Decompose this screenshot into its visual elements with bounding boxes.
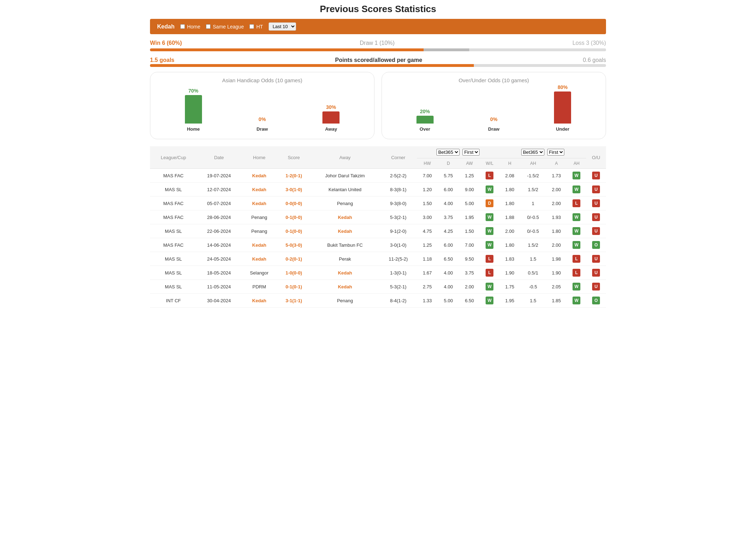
ah-home-pct: 70%	[188, 88, 198, 94]
cell-hw: 3.00	[417, 210, 438, 224]
th-league: League/Cup	[150, 146, 197, 169]
cell-ahu: W	[567, 183, 586, 197]
first-select-2[interactable]: First	[547, 149, 564, 156]
cell-date: 12-07-2024	[197, 183, 241, 197]
cell-a: 2.05	[546, 280, 567, 294]
wdl-progress-bar	[150, 48, 606, 51]
odds-section: Asian Handicap Odds (10 games) 70% Home …	[150, 72, 606, 139]
cell-date: 30-04-2024	[197, 294, 241, 308]
cell-ah: 1.5/2	[520, 183, 546, 197]
ou-badge: U	[592, 213, 600, 221]
same-league-checkbox[interactable]	[206, 24, 211, 29]
cell-corner: 5-3(2-1)	[380, 280, 417, 294]
wl-badge: W	[573, 297, 580, 304]
ou-badge: U	[592, 283, 600, 291]
goals-left: 1.5 goals	[150, 57, 174, 63]
cell-score: 0-0(0-0)	[277, 197, 310, 210]
cell-ahu: W	[567, 210, 586, 224]
cell-d: 5.75	[438, 169, 459, 183]
ah-away-pct: 30%	[326, 104, 336, 110]
table-row: MAS FAC 14-06-2024 Kedah 5-0(3-0) Bukit …	[150, 238, 606, 252]
home-checkbox[interactable]	[180, 24, 185, 29]
cell-away: Penang	[310, 294, 380, 308]
wl-badge: W	[573, 185, 580, 193]
first-select-1[interactable]: First	[462, 149, 480, 156]
ht-checkbox[interactable]	[249, 24, 254, 29]
home-checkbox-group[interactable]: Home	[180, 24, 200, 30]
cell-league: MAS FAC	[150, 238, 197, 252]
ah-draw-pct: 0%	[259, 116, 266, 122]
cell-ahu: W	[567, 224, 586, 238]
cell-a: 1.80	[546, 224, 567, 238]
wl-badge: L	[573, 269, 580, 277]
cell-ah: 0/-0.5	[520, 210, 546, 224]
cell-d: 6.00	[438, 238, 459, 252]
ht-checkbox-group[interactable]: HT	[249, 24, 263, 30]
same-league-checkbox-group[interactable]: Same League	[206, 24, 244, 30]
table-header-row-1: League/Cup Date Home Score Away Corner B…	[150, 146, 606, 158]
ou-under-rect	[554, 91, 571, 124]
wdl-stats-row: Win 6 (60%) Draw 1 (10%) Loss 3 (30%)	[150, 38, 606, 48]
wl-badge: W	[573, 283, 580, 291]
cell-league: MAS FAC	[150, 197, 197, 210]
cell-h: 1.75	[499, 280, 520, 294]
cell-corner: 9-3(8-0)	[380, 197, 417, 210]
bet365-select-1[interactable]: Bet365	[436, 149, 460, 156]
goals-row: 1.5 goals Points scored/allowed per game…	[150, 55, 606, 64]
th-home: Home	[241, 146, 278, 169]
cell-corner: 8-3(8-1)	[380, 183, 417, 197]
cell-wl: W	[480, 294, 499, 308]
wl-badge: L	[573, 199, 580, 207]
cell-corner: 11-2(5-2)	[380, 252, 417, 266]
table-row: MAS SL 11-05-2024 PDRM 0-1(0-1) Kedah 5-…	[150, 280, 606, 294]
cell-away: Kedah	[310, 210, 380, 224]
ou-over-bar: 20% Over	[416, 109, 434, 132]
cell-hw: 4.75	[417, 224, 438, 238]
page-title: Previous Scores Statistics	[150, 4, 606, 15]
cell-away: Kelantan United	[310, 183, 380, 197]
cell-wl: D	[480, 197, 499, 210]
cell-hw: 1.18	[417, 252, 438, 266]
cell-date: 05-07-2024	[197, 197, 241, 210]
wl-badge: W	[573, 213, 580, 221]
cell-league: MAS SL	[150, 183, 197, 197]
table-row: MAS SL 22-06-2024 Penang 0-1(0-0) Kedah …	[150, 224, 606, 238]
th-d1: D	[438, 158, 459, 169]
cell-d: 6.50	[438, 252, 459, 266]
cell-home: Kedah	[241, 252, 278, 266]
cell-ahu: W	[567, 280, 586, 294]
cell-wl: W	[480, 224, 499, 238]
cell-a: 1.98	[546, 252, 567, 266]
cell-score: 3-1(1-1)	[277, 294, 310, 308]
ht-label: HT	[256, 24, 263, 30]
cell-hw: 1.50	[417, 197, 438, 210]
cell-date: 28-06-2024	[197, 210, 241, 224]
cell-ah: 1.5	[520, 294, 546, 308]
cell-ou: U	[586, 252, 606, 266]
cell-ah: 1.5	[520, 252, 546, 266]
cell-wl: W	[480, 183, 499, 197]
cell-away: Bukit Tambun FC	[310, 238, 380, 252]
cell-score: 0-1(0-0)	[277, 224, 310, 238]
over-under-title: Over/Under Odds (10 games)	[389, 77, 599, 83]
cell-h: 1.95	[499, 294, 520, 308]
table-row: MAS FAC 28-06-2024 Penang 0-1(0-0) Kedah…	[150, 210, 606, 224]
cell-hw: 7.00	[417, 169, 438, 183]
last-select[interactable]: Last 10 Last 20 Last 30	[269, 22, 296, 31]
table-body: MAS FAC 19-07-2024 Kedah 1-2(0-1) Johor …	[150, 169, 606, 308]
th-ou: O/U	[586, 146, 606, 169]
cell-ah: 1	[520, 197, 546, 210]
cell-date: 14-06-2024	[197, 238, 241, 252]
cell-h: 1.88	[499, 210, 520, 224]
bet365-select-2[interactable]: Bet365	[521, 149, 544, 156]
table-row: MAS SL 24-05-2024 Kedah 0-2(0-1) Perak 1…	[150, 252, 606, 266]
cell-home: Kedah	[241, 183, 278, 197]
cell-date: 11-05-2024	[197, 280, 241, 294]
cell-ah: 0.5/1	[520, 266, 546, 280]
cell-wl: W	[480, 238, 499, 252]
cell-corner: 2-5(2-2)	[380, 169, 417, 183]
cell-league: MAS FAC	[150, 169, 197, 183]
cell-ahu: L	[567, 252, 586, 266]
cell-away: Kedah	[310, 280, 380, 294]
asian-handicap-title: Asian Handicap Odds (10 games)	[157, 77, 367, 83]
